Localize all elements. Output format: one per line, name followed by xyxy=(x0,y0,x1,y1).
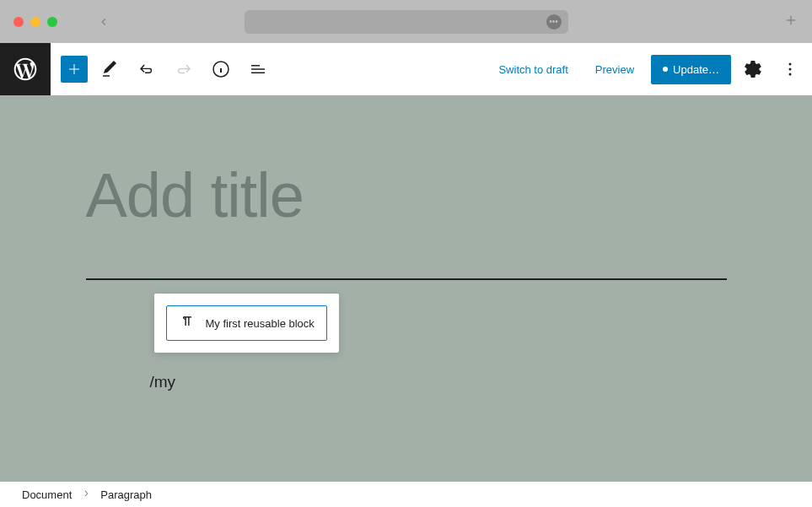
settings-button[interactable] xyxy=(738,54,768,84)
maximize-window-button[interactable] xyxy=(47,17,57,27)
toolbar-left xyxy=(61,54,273,84)
toolbar-right: Switch to draft Preview Update… xyxy=(488,54,805,84)
close-window-button[interactable] xyxy=(13,17,24,27)
wordpress-logo[interactable] xyxy=(0,43,51,95)
traffic-lights xyxy=(13,17,57,27)
unsaved-indicator-icon xyxy=(663,67,668,72)
window-titlebar: ••• xyxy=(0,0,812,43)
paragraph-input[interactable]: /my xyxy=(150,373,727,391)
editor-toolbar: Switch to draft Preview Update… xyxy=(0,43,812,95)
preview-button[interactable]: Preview xyxy=(585,58,644,81)
svg-point-7 xyxy=(789,73,792,76)
info-button[interactable] xyxy=(206,54,236,84)
back-button[interactable] xyxy=(98,16,110,28)
outline-button[interactable] xyxy=(243,54,273,84)
autocomplete-item[interactable]: My first reusable block xyxy=(166,305,327,341)
update-button[interactable]: Update… xyxy=(651,55,731,84)
update-button-label: Update… xyxy=(673,63,719,76)
content-inner: Add title My first reusable block /my xyxy=(86,95,727,391)
autocomplete-item-label: My first reusable block xyxy=(206,317,315,330)
minimize-window-button[interactable] xyxy=(30,17,40,27)
more-options-button[interactable] xyxy=(775,54,805,84)
url-menu-icon[interactable]: ••• xyxy=(546,14,562,30)
breadcrumb-current[interactable]: Paragraph xyxy=(100,488,152,501)
url-bar[interactable]: ••• xyxy=(245,10,568,34)
new-tab-button[interactable] xyxy=(783,13,799,31)
svg-point-5 xyxy=(789,63,792,66)
add-block-button[interactable] xyxy=(61,56,88,83)
switch-to-draft-button[interactable]: Switch to draft xyxy=(488,58,578,81)
edit-tool-button[interactable] xyxy=(94,54,125,84)
block-breadcrumb: Document Paragraph xyxy=(0,482,812,507)
chevron-right-icon xyxy=(80,488,92,502)
block-autocomplete-popup: My first reusable block xyxy=(154,294,339,353)
svg-point-6 xyxy=(789,68,792,71)
post-title-input[interactable]: Add title xyxy=(86,159,727,231)
separator-block[interactable] xyxy=(86,278,727,280)
undo-button[interactable] xyxy=(132,54,162,84)
redo-button[interactable] xyxy=(169,54,199,84)
paragraph-icon xyxy=(179,313,196,333)
editor-canvas[interactable]: Add title My first reusable block /my xyxy=(0,95,812,482)
breadcrumb-root[interactable]: Document xyxy=(22,488,72,501)
